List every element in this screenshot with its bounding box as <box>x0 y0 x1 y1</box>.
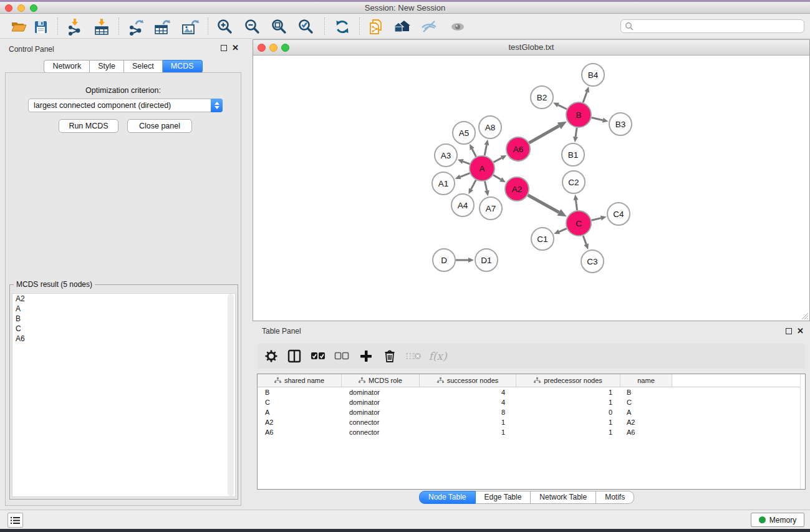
table-cell: 1 <box>420 427 516 437</box>
table-cell: connector <box>342 417 420 427</box>
attribute-icon <box>437 377 444 384</box>
tab-motifs[interactable]: Motifs <box>596 491 634 504</box>
table-row[interactable]: Cdominator41C <box>258 397 805 407</box>
show-details-button[interactable] <box>446 16 469 37</box>
graph-canvas[interactable]: B4B2BB3A8A5A6B1A3AC2A1A2A4A7C4CC1DD1C3 <box>253 56 809 321</box>
run-mcds-button[interactable]: Run MCDS <box>59 119 118 133</box>
zoom-fit-button[interactable] <box>268 16 291 37</box>
graph-edge[interactable] <box>559 228 567 231</box>
zoom-in-icon <box>216 18 234 36</box>
search-input[interactable] <box>620 19 804 33</box>
mcds-result-item[interactable]: A2 <box>12 294 235 304</box>
delete-row-button[interactable] <box>380 347 400 365</box>
graph-edge[interactable] <box>463 162 470 164</box>
apply-function-button[interactable]: f(x) <box>428 347 448 365</box>
graph-edge-arrow <box>602 118 609 123</box>
import-table-button[interactable] <box>90 16 113 37</box>
tab-mcds[interactable]: MCDS <box>163 60 203 73</box>
add-row-button[interactable] <box>356 347 376 365</box>
save-session-button[interactable] <box>29 16 52 37</box>
tab-select[interactable]: Select <box>124 60 163 73</box>
tab-node-table[interactable]: Node Table <box>419 491 476 504</box>
hide-details-button[interactable] <box>418 16 440 37</box>
refresh-view-button[interactable] <box>331 16 354 37</box>
graph-edge[interactable] <box>460 173 470 177</box>
float-panel-icon[interactable] <box>221 45 227 51</box>
memory-button[interactable]: Memory <box>751 513 804 527</box>
table-row[interactable]: Bdominator41B <box>258 387 805 397</box>
graph-edge[interactable] <box>591 118 602 120</box>
unchecked-boxes-icon <box>334 352 349 360</box>
attribute-icon <box>359 377 365 384</box>
window-resize-grip[interactable] <box>800 311 809 320</box>
graph-node-label: B1 <box>568 150 579 160</box>
graph-edge[interactable] <box>583 236 586 244</box>
split-columns-button[interactable] <box>284 347 304 365</box>
dropdown-stepper[interactable] <box>211 99 223 112</box>
graph-edge[interactable] <box>485 145 486 155</box>
table-cell: 1 <box>516 387 620 397</box>
tab-network[interactable]: Network <box>44 60 90 73</box>
delete-table-button[interactable] <box>403 347 423 365</box>
column-header-shared-name[interactable]: shared name <box>258 374 342 387</box>
graph-edge[interactable] <box>493 175 501 180</box>
table-cell: C <box>258 397 342 407</box>
close-panel-icon[interactable]: ✕ <box>232 45 239 51</box>
tab-style[interactable]: Style <box>90 60 124 73</box>
graph-edge[interactable] <box>591 218 600 221</box>
zoom-in-button[interactable] <box>214 16 236 37</box>
table-settings-button[interactable] <box>261 347 281 365</box>
table-row[interactable]: A2connector11A2 <box>258 417 805 427</box>
column-header-mcds-role[interactable]: MCDS role <box>342 374 420 387</box>
table-row[interactable]: A6connector11A6 <box>258 427 805 437</box>
close-panel-button[interactable]: Close panel <box>127 119 192 133</box>
graph-edge[interactable] <box>485 181 486 191</box>
table-cell: connector <box>342 427 420 437</box>
mcds-result-item[interactable]: A <box>12 304 235 314</box>
column-header-successor-nodes[interactable]: successor nodes <box>420 374 516 387</box>
graph-node-label: D1 <box>481 256 491 265</box>
tab-edge-table[interactable]: Edge Table <box>476 491 531 504</box>
graph-edge[interactable] <box>471 180 476 190</box>
zoom-selected-button[interactable] <box>295 16 317 37</box>
mcds-result-item[interactable]: C <box>12 324 235 334</box>
graph-edge[interactable] <box>558 105 567 109</box>
clone-network-button[interactable] <box>365 16 387 37</box>
table-scrollbar[interactable] <box>800 374 805 489</box>
table-cell: A2 <box>258 417 342 427</box>
export-network-button[interactable] <box>125 16 147 37</box>
task-history-button[interactable] <box>7 513 23 528</box>
graph-edge[interactable] <box>528 195 559 213</box>
graph-edge[interactable] <box>576 200 577 210</box>
zoom-out-button[interactable] <box>241 16 264 37</box>
import-network-button[interactable] <box>64 16 86 37</box>
column-header-name[interactable]: name <box>620 374 672 387</box>
optimization-criterion-dropdown[interactable]: largest connected component (directed) <box>28 99 223 112</box>
graph-edge[interactable] <box>583 92 587 102</box>
select-all-rows-button[interactable] <box>308 347 328 365</box>
mcds-result-item[interactable]: B <box>12 314 235 324</box>
optimization-criterion-label: Optimization criterion: <box>6 86 241 95</box>
graph-edge[interactable] <box>494 158 502 162</box>
desktop-bottom-strip <box>0 529 810 532</box>
deselect-all-rows-button[interactable] <box>332 347 352 365</box>
close-table-panel-icon[interactable]: ✕ <box>797 328 804 334</box>
open-file-button[interactable] <box>7 16 30 37</box>
toolbar-separator <box>359 17 360 35</box>
export-image-button[interactable] <box>179 16 201 37</box>
export-table-button[interactable] <box>151 16 173 37</box>
tab-network-table[interactable]: Network Table <box>531 491 596 504</box>
graph-edge[interactable] <box>576 128 577 137</box>
graph-edge[interactable] <box>472 149 476 157</box>
table-row[interactable]: Adominator80A <box>258 407 805 417</box>
mcds-tab-content: Optimization criterion: largest connecte… <box>5 72 241 506</box>
home-button[interactable] <box>392 16 415 37</box>
graph-edge[interactable] <box>529 126 559 143</box>
mcds-result-item[interactable]: A6 <box>12 334 235 344</box>
column-header-predecessor-nodes[interactable]: predecessor nodes <box>516 374 620 387</box>
network-window-titlebar: testGlobe.txt <box>253 40 809 56</box>
mcds-list-scrollbar[interactable] <box>228 294 234 496</box>
graph-node-label: B <box>576 110 581 120</box>
float-table-panel-icon[interactable] <box>786 328 792 334</box>
table-cell: C <box>620 397 672 407</box>
